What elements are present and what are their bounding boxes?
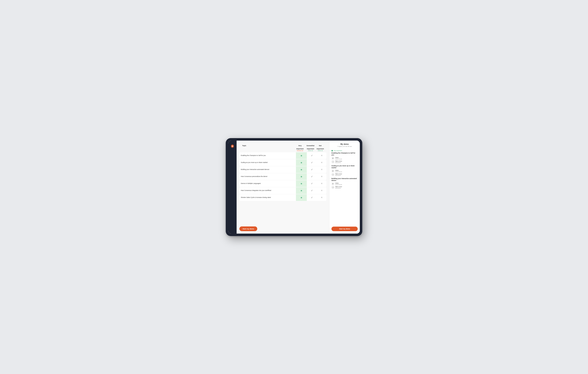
info-icon: i	[271, 197, 271, 198]
tour-sub: Interactive	[335, 187, 342, 189]
not-important-cell[interactable]: ✕	[317, 180, 326, 187]
somewhat-label: Somewhat important	[306, 145, 314, 150]
demo-panel-title: My demo	[331, 143, 358, 145]
demo-tour-item[interactable]: Take a tour Interactive	[331, 160, 358, 163]
x-icon[interactable]: ✕	[321, 168, 323, 171]
table-row: Scaling as you move up or down marketi ★…	[239, 159, 326, 166]
tablet-device: Topic Very important Deselect all Somewh…	[226, 138, 362, 236]
video-duration: 3 min 22 sec	[335, 158, 342, 160]
check-icon[interactable]: ✓	[311, 189, 313, 192]
start-my-demo-button[interactable]: Start my demo	[239, 226, 257, 231]
somewhat-cell[interactable]: ✓	[307, 173, 317, 180]
check-icon[interactable]: ✓	[311, 154, 313, 157]
x-icon[interactable]: ✕	[321, 154, 323, 157]
tour-square-icon	[332, 187, 334, 188]
table-row: Shorten Sales Cycle & Increase closing r…	[239, 194, 326, 201]
not-important-cell[interactable]: ✕	[317, 159, 326, 166]
very-important-cell[interactable]: ★	[296, 152, 307, 159]
topic-cell: How Consensus integrates into your workf…	[239, 188, 296, 193]
demo-section-title: Scaling as you move up or down market	[331, 165, 358, 169]
consensus-logo-icon	[230, 144, 235, 149]
not-important-cell[interactable]: ✕	[317, 194, 326, 201]
star-selected-icon[interactable]: ★	[300, 175, 303, 178]
star-selected-icon[interactable]: ★	[300, 189, 303, 192]
tour-icon[interactable]	[331, 186, 334, 189]
very-important-cell[interactable]: ★	[296, 194, 307, 201]
select-all-not-important-link[interactable]: Select all	[315, 150, 325, 151]
table-row: Building your interactive automated demo…	[239, 166, 326, 173]
tour-square-icon	[332, 161, 334, 162]
table-row: How Consensus integrates into your workf…	[239, 187, 326, 194]
very-important-cell[interactable]: ★	[296, 187, 307, 194]
very-important-label: Very important	[296, 145, 304, 150]
somewhat-cell[interactable]: ✓	[307, 194, 317, 201]
star-selected-icon[interactable]: ★	[300, 161, 303, 164]
play-triangle	[333, 170, 334, 172]
star-selected-icon[interactable]: ★	[300, 154, 303, 157]
x-icon[interactable]: ✕	[321, 182, 323, 185]
check-icon[interactable]: ✓	[311, 161, 313, 164]
tour-icon[interactable]	[331, 173, 334, 176]
somewhat-cell[interactable]: ✓	[307, 166, 317, 173]
x-icon[interactable]: ✕	[321, 175, 323, 178]
topics-table: Topic Very important Deselect all Somewh…	[239, 144, 326, 224]
not-important-cell[interactable]: ✕	[317, 187, 326, 194]
somewhat-cell[interactable]: ✓	[307, 152, 317, 159]
star-selected-icon[interactable]: ★	[300, 196, 303, 199]
play-button-icon[interactable]	[331, 157, 334, 160]
topics-rows-container: Enabling the Champion to Sell for you ★ …	[239, 152, 326, 224]
somewhat-cell[interactable]: ✓	[307, 159, 317, 166]
topics-section: Topic Very important Deselect all Somewh…	[237, 141, 329, 233]
not-important-cell[interactable]: ✕	[317, 152, 326, 159]
video-duration: 2 min 35 sec	[335, 171, 342, 172]
very-important-cell[interactable]: ★	[296, 180, 307, 187]
start-button-area: Start my demo	[239, 226, 326, 231]
not-important-cell[interactable]: ✕	[317, 166, 326, 173]
play-button-icon[interactable]	[331, 170, 334, 172]
check-icon[interactable]: ✓	[311, 196, 313, 199]
star-selected-icon[interactable]: ★	[300, 182, 303, 185]
demo-section-title: Building your interactive automated demo…	[331, 178, 358, 182]
demo-item-text: Take a tour Interactive	[335, 186, 342, 189]
check-icon[interactable]: ✓	[311, 182, 313, 185]
demo-tour-item[interactable]: Take a tour Interactive	[331, 186, 358, 189]
very-important-cell[interactable]: ★	[296, 159, 307, 166]
badge-dot	[331, 150, 333, 152]
demo-panel-start-button[interactable]: Start my demo	[331, 227, 358, 231]
info-icon: i	[271, 190, 271, 191]
not-important-label: Not important	[316, 145, 324, 150]
somewhat-cell[interactable]: ✓	[307, 180, 317, 187]
select-all-somewhat-link[interactable]: Select all	[305, 150, 315, 151]
very-important-cell[interactable]: ★	[296, 173, 307, 180]
tablet-screen: Topic Very important Deselect all Somewh…	[228, 141, 360, 233]
x-icon[interactable]: ✕	[321, 196, 323, 199]
x-icon[interactable]: ✕	[321, 161, 323, 164]
check-icon[interactable]: ✓	[311, 175, 313, 178]
very-important-cell[interactable]: ★	[296, 166, 307, 173]
table-row: Enabling the Champion to Sell for you ★ …	[239, 152, 326, 159]
check-icon[interactable]: ✓	[311, 168, 313, 171]
not-important-cell[interactable]: ✕	[317, 173, 326, 180]
play-button-icon[interactable]	[331, 182, 334, 185]
table-row: How Consensus personalizes the demoi ★ ✓…	[239, 173, 326, 180]
deselect-all-link[interactable]: Deselect all	[294, 150, 305, 151]
demo-sections-container: Very important Enabling the Champion to …	[331, 149, 358, 191]
demo-item-text: Video 3 min 22 sec	[335, 157, 342, 160]
star-selected-icon[interactable]: ★	[300, 168, 303, 171]
tour-icon[interactable]	[331, 160, 334, 163]
x-icon[interactable]: ✕	[321, 189, 323, 192]
demo-video-item[interactable]: Video 4 min 53 sec	[331, 182, 358, 185]
topic-column-label: Topic	[242, 145, 246, 147]
video-label: Video	[335, 182, 342, 184]
demo-video-item[interactable]: Video 3 min 22 sec	[331, 157, 358, 160]
somewhat-cell[interactable]: ✓	[307, 187, 317, 194]
table-row: Demos in Multiple Languagesi ★ ✓ ✕	[239, 180, 326, 187]
play-triangle	[333, 183, 334, 184]
demo-tour-item[interactable]: Take a tour Interactive	[331, 173, 358, 176]
demo-video-item[interactable]: Video 2 min 35 sec	[331, 170, 358, 172]
info-icon: i	[267, 176, 267, 177]
demo-section: Scaling as you move up or down market Vi…	[331, 165, 358, 176]
column-header-somewhat: Somewhat important Select all	[305, 144, 315, 151]
column-header-very-important: Very important Deselect all	[294, 144, 305, 151]
demo-item-text: Video 2 min 35 sec	[335, 170, 342, 172]
